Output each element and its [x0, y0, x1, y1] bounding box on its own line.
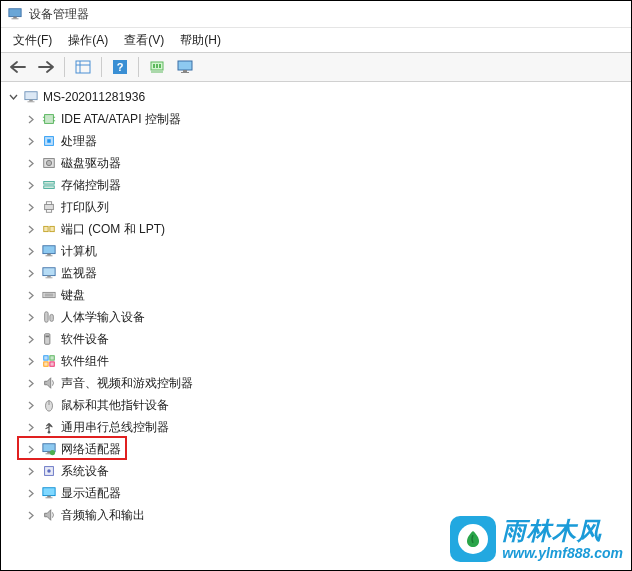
toolbar: ?	[1, 52, 631, 82]
tree-item-label: IDE ATA/ATAPI 控制器	[61, 113, 181, 125]
expand-icon[interactable]	[25, 179, 37, 191]
expand-icon[interactable]	[25, 487, 37, 499]
svg-rect-30	[45, 204, 54, 209]
device-tree[interactable]: MS-202011281936 IDE ATA/ATAPI 控制器处理器磁盘驱动…	[1, 82, 631, 530]
tree-item[interactable]: 存储控制器	[3, 174, 629, 196]
scan-hardware-button[interactable]	[144, 55, 170, 79]
forward-button[interactable]	[33, 55, 59, 79]
svg-rect-62	[47, 496, 51, 498]
software-icon	[41, 331, 57, 347]
usb-icon	[41, 419, 57, 435]
svg-text:?: ?	[117, 61, 124, 73]
tree-item-label: 处理器	[61, 135, 97, 147]
menu-action[interactable]: 操作(A)	[60, 30, 116, 51]
tree-item-label: 监视器	[61, 267, 97, 279]
expand-icon[interactable]	[25, 223, 37, 235]
tree-item[interactable]: 鼠标和其他指针设备	[3, 394, 629, 416]
svg-point-54	[48, 431, 51, 434]
tree-item-label: 键盘	[61, 289, 85, 301]
tree-item[interactable]: 磁盘驱动器	[3, 152, 629, 174]
chip-icon	[41, 111, 57, 127]
svg-point-60	[47, 469, 51, 473]
tree-item[interactable]: 处理器	[3, 130, 629, 152]
monitor-icon	[41, 265, 57, 281]
menu-bar: 文件(F) 操作(A) 查看(V) 帮助(H)	[1, 28, 631, 52]
tree-item[interactable]: 人体学输入设备	[3, 306, 629, 328]
svg-rect-11	[159, 64, 161, 68]
svg-rect-16	[25, 92, 37, 100]
tree-item[interactable]: 键盘	[3, 284, 629, 306]
tree-item-label: 人体学输入设备	[61, 311, 145, 323]
svg-rect-33	[44, 226, 48, 231]
expand-icon[interactable]	[25, 267, 37, 279]
expand-icon[interactable]	[25, 245, 37, 257]
tree-item[interactable]: 网络适配器	[3, 438, 629, 460]
expand-icon[interactable]	[25, 399, 37, 411]
svg-rect-18	[28, 101, 35, 102]
svg-rect-40	[46, 277, 53, 278]
toolbar-separator	[138, 57, 139, 77]
tree-item[interactable]: 系统设备	[3, 460, 629, 482]
tree-item[interactable]: 打印队列	[3, 196, 629, 218]
show-hidden-button[interactable]	[70, 55, 96, 79]
tree-root-row[interactable]: MS-202011281936	[3, 86, 629, 108]
tree-item[interactable]: 端口 (COM 和 LPT)	[3, 218, 629, 240]
expand-icon[interactable]	[25, 509, 37, 521]
tree-item-label: 声音、视频和游戏控制器	[61, 377, 193, 389]
svg-rect-36	[47, 254, 51, 256]
scan-icon	[149, 60, 165, 74]
tree-item[interactable]: 计算机	[3, 240, 629, 262]
toolbar-separator	[101, 57, 102, 77]
svg-rect-49	[50, 356, 54, 360]
menu-file[interactable]: 文件(F)	[5, 30, 60, 51]
svg-rect-25	[47, 139, 51, 143]
expand-icon[interactable]	[25, 113, 37, 125]
svg-rect-46	[45, 334, 50, 345]
tree-item-label: 网络适配器	[61, 443, 121, 455]
menu-help[interactable]: 帮助(H)	[172, 30, 229, 51]
svg-rect-48	[44, 356, 48, 360]
tree-item[interactable]: 声音、视频和游戏控制器	[3, 372, 629, 394]
collapse-icon[interactable]	[7, 91, 19, 103]
svg-rect-37	[46, 255, 53, 256]
tree-item[interactable]: 通用串行总线控制器	[3, 416, 629, 438]
expand-icon[interactable]	[25, 355, 37, 367]
hid-icon	[41, 309, 57, 325]
display-icon	[41, 485, 57, 501]
help-button[interactable]: ?	[107, 55, 133, 79]
menu-view[interactable]: 查看(V)	[116, 30, 172, 51]
expand-icon[interactable]	[25, 443, 37, 455]
expand-icon[interactable]	[25, 421, 37, 433]
tree-item-label: 显示适配器	[61, 487, 121, 499]
tree-item-label: 音频输入和输出	[61, 509, 145, 521]
svg-rect-39	[47, 276, 51, 278]
expand-icon[interactable]	[25, 311, 37, 323]
expand-icon[interactable]	[25, 377, 37, 389]
expand-icon[interactable]	[25, 333, 37, 345]
expand-icon[interactable]	[25, 289, 37, 301]
expand-icon[interactable]	[25, 135, 37, 147]
expand-icon[interactable]	[25, 201, 37, 213]
tree-item[interactable]: 显示适配器	[3, 482, 629, 504]
svg-rect-10	[156, 64, 158, 68]
svg-rect-50	[44, 362, 48, 366]
watermark-logo-icon	[450, 516, 496, 562]
svg-rect-3	[76, 61, 90, 73]
back-button[interactable]	[5, 55, 31, 79]
properties-button[interactable]	[172, 55, 198, 79]
svg-rect-38	[43, 268, 55, 276]
watermark-text-cn: 雨林木风	[502, 517, 623, 545]
expand-icon[interactable]	[25, 465, 37, 477]
expand-icon[interactable]	[25, 157, 37, 169]
watermark-text-url: www.ylmf888.com	[502, 545, 623, 561]
tree-item[interactable]: 监视器	[3, 262, 629, 284]
tree-item[interactable]: IDE ATA/ATAPI 控制器	[3, 108, 629, 130]
tree-item-label: 端口 (COM 和 LPT)	[61, 223, 165, 235]
keyboard-icon	[41, 287, 57, 303]
panel-icon	[75, 60, 91, 74]
tree-item[interactable]: 软件组件	[3, 350, 629, 372]
tree-item[interactable]: 软件设备	[3, 328, 629, 350]
tree-item-label: 通用串行总线控制器	[61, 421, 169, 433]
help-icon: ?	[113, 60, 127, 74]
computer-icon	[41, 243, 57, 259]
